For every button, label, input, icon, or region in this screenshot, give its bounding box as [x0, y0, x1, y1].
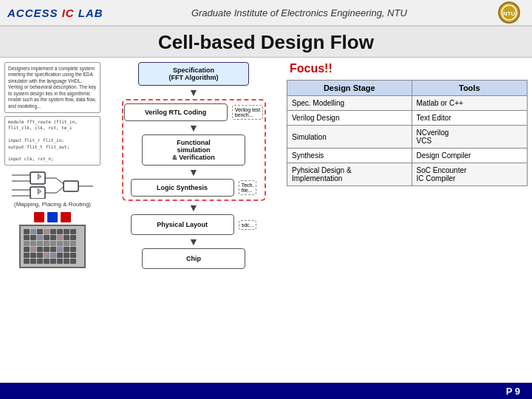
svg-text:NTU: NTU [503, 10, 516, 17]
chip-box: Chip [142, 248, 245, 269]
table-row: Verilog Design Text Editor [287, 111, 528, 126]
right-column: Focus!! Design Stage Tools Spec. Modelli… [287, 62, 528, 398]
table-row: Simulation NCverilogVCS [287, 126, 528, 149]
header: ACCESS IC LAB Graduate Institute of Elec… [0, 0, 532, 27]
svg-line-11 [56, 178, 64, 184]
svg-marker-15 [38, 174, 41, 180]
svg-marker-16 [38, 188, 41, 194]
logic-box: Logic Synthesis [131, 179, 234, 197]
spec-label: Specification(FFT Algorithm) [168, 66, 218, 81]
chip-diagram [19, 225, 86, 268]
arrow-5: ▼ [188, 236, 199, 247]
color-square-red2 [61, 212, 71, 222]
tool-cell: Text Editor [412, 111, 528, 126]
svg-rect-13 [64, 181, 78, 191]
tool-cell: SoC EncounterIC Compiler [412, 163, 528, 186]
arrow-2: ▼ [188, 123, 199, 133]
functional-label: Functionalsimulation& Verification [172, 139, 215, 161]
page-title: Cell-based Design Flow [0, 27, 532, 58]
logic-label: Logic Synthesis [157, 184, 208, 191]
color-square-red [34, 212, 44, 222]
stage-cell: Pyhsical Design &Implementation [287, 163, 412, 186]
functional-box: Functionalsimulation& Verification [142, 134, 245, 166]
header-subtitle: Graduate Institute of Electronics Engine… [191, 7, 407, 18]
tool-cell: Matlab or C++ [412, 96, 528, 111]
mapping-label: (Mapping, Placing & Routing) [4, 201, 100, 208]
verilog-sidenote: Verilog testbench... [232, 105, 264, 120]
chip-label: Chip [186, 255, 201, 262]
ntu-logo: NTU [495, 1, 525, 24]
physical-row: Physical Layout sdc... [131, 214, 257, 235]
spec-box: Specification(FFT Algorithm) [138, 62, 249, 86]
verilog-row: Verilog RTL Coding Verilog testbench... [124, 103, 264, 121]
table-row: Spec. Modelling Matlab or C++ [287, 96, 528, 111]
tech-sidenote: Tech.file... [239, 180, 257, 195]
tool-cell: Design Compiler [412, 149, 528, 163]
arrow-4: ▼ [188, 202, 199, 213]
col-header-tools: Tools [412, 81, 528, 96]
code-snippet: module fft_route (flit_in, flit_clk, clk… [4, 116, 100, 166]
color-square-blue [47, 212, 58, 222]
brand-lab: LAB [75, 7, 103, 19]
verilog-box: Verilog RTL Coding [124, 103, 228, 121]
stage-cell: Spec. Modelling [287, 96, 412, 111]
stage-cell: Synthesis [287, 149, 412, 163]
arrow-3: ▼ [188, 167, 199, 177]
footer: P 9 [0, 383, 532, 399]
table-row: Synthesis Design Compiler [287, 149, 528, 163]
page-number: P 9 [506, 386, 520, 397]
tool-cell: NCverilogVCS [412, 126, 528, 149]
tools-table: Design Stage Tools Spec. Modelling Matla… [287, 80, 528, 186]
focus-label: Focus!! [290, 62, 528, 75]
flow-wrapper: Specification(FFT Algorithm) ▼ Verilog R… [105, 62, 282, 269]
table-row: Pyhsical Design &Implementation SoC Enco… [287, 163, 528, 186]
left-column: Designers implement a complete system me… [4, 62, 100, 398]
physical-box: Physical Layout [131, 214, 234, 235]
brand-logo: ACCESS IC LAB [7, 7, 103, 19]
dashed-section: Verilog RTL Coding Verilog testbench... … [122, 99, 266, 201]
col-header-stage: Design Stage [287, 81, 412, 96]
chip-area [4, 212, 100, 268]
description-box: Designers implement a complete system me… [4, 62, 100, 113]
brand-access: ACCESS [7, 7, 62, 19]
physical-label: Physical Layout [157, 221, 208, 228]
verilog-label: Verilog RTL Coding [145, 109, 206, 116]
main-content: Designers implement a complete system me… [0, 58, 532, 398]
gate-diagram [4, 168, 100, 198]
brand-ic: IC [62, 7, 75, 19]
stage-cell: Simulation [287, 126, 412, 149]
stage-cell: Verilog Design [287, 111, 412, 126]
svg-line-12 [56, 187, 64, 193]
logic-row: Logic Synthesis Tech.file... [131, 179, 257, 197]
arrow-1: ▼ [188, 87, 199, 98]
sdc-sidenote: sdc... [239, 220, 257, 230]
flow-diagram: Specification(FFT Algorithm) ▼ Verilog R… [105, 62, 282, 398]
